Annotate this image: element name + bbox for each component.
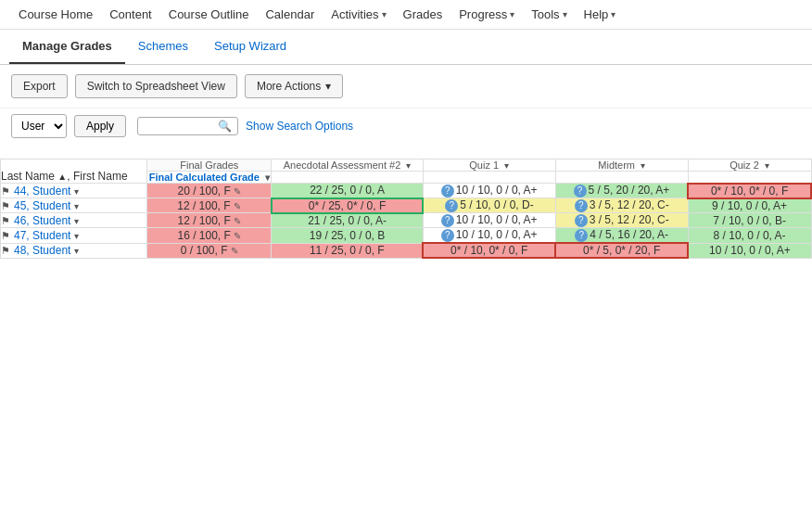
grade-cell-2: ?3 / 5, 12 / 20, C- <box>555 213 688 228</box>
student-row-arrow[interactable]: ▾ <box>74 216 79 226</box>
export-button[interactable]: Export <box>11 74 68 98</box>
grade-cell-2: 0* / 5, 0* / 20, F <box>555 243 688 258</box>
anecdotal-sort-icon: ▾ <box>406 160 411 171</box>
search-input-wrap: 🔍 <box>137 117 238 135</box>
question-icon: ? <box>441 214 454 227</box>
tab-manage-grades[interactable]: Manage Grades <box>9 30 125 64</box>
question-icon: ? <box>575 214 588 227</box>
quiz1-col-header[interactable]: Quiz 1 ▾ <box>423 159 555 172</box>
student-name-cell: ⚑45, Student ▾ <box>1 198 147 213</box>
student-row-arrow[interactable]: ▾ <box>74 186 79 197</box>
grade-value: 10 / 10, 0 / 0, A+ <box>456 213 538 226</box>
final-grade-cell: 12 / 100, F ✎ <box>147 213 272 228</box>
grade-value: 0* / 10, 0* / 0, F <box>711 185 788 198</box>
nav-tools[interactable]: Tools ▾ <box>531 7 566 21</box>
grade-value: 0* / 10, 0* / 0, F <box>450 244 527 257</box>
midterm-col-header[interactable]: Midterm ▾ <box>555 159 688 172</box>
name-col-label: Last Name ▲, First Name <box>1 170 128 183</box>
grade-value: 8 / 10, 0 / 0, A- <box>714 229 786 242</box>
nav-course-home[interactable]: Course Home <box>19 7 93 21</box>
anecdotal-col-header[interactable]: Anecdotal Assessment #2 ▾ <box>272 159 423 172</box>
student-row-arrow[interactable]: ▾ <box>74 201 79 211</box>
student-link[interactable]: 45, Student <box>14 199 70 212</box>
grade-cell-0: 21 / 25, 0 / 0, A- <box>272 213 423 228</box>
student-icon: ⚑ <box>1 185 10 197</box>
student-row-arrow[interactable]: ▾ <box>74 231 79 241</box>
nav-activities[interactable]: Activities ▾ <box>331 7 386 21</box>
table-row: ⚑45, Student ▾12 / 100, F ✎0* / 25, 0* /… <box>1 198 812 213</box>
table-row: ⚑48, Student ▾0 / 100, F ✎11 / 25, 0 / 0… <box>1 243 812 258</box>
student-row-arrow[interactable]: ▾ <box>74 246 79 256</box>
grade-cell-3: 7 / 10, 0 / 0, B- <box>688 213 811 228</box>
grade-edit-icon[interactable]: ✎ <box>231 246 238 256</box>
nav-help[interactable]: Help ▾ <box>584 7 616 21</box>
quiz1-sub-empty <box>423 172 555 184</box>
grade-value: 11 / 25, 0 / 0, F <box>310 244 385 257</box>
nav-grades[interactable]: Grades <box>403 7 443 21</box>
grade-value: 10 / 10, 0 / 0, A+ <box>456 228 538 241</box>
grade-value: 7 / 10, 0 / 0, B- <box>713 214 786 227</box>
grade-value: 19 / 25, 0 / 0, B <box>310 229 385 242</box>
grade-cell-2: ?4 / 5, 16 / 20, A- <box>555 228 688 244</box>
student-link[interactable]: 47, Student <box>14 229 70 242</box>
nav-calendar[interactable]: Calendar <box>265 7 314 21</box>
grade-edit-icon[interactable]: ✎ <box>234 186 241 197</box>
final-calc-subheader[interactable]: Final Calculated Grade ▾ <box>147 172 272 184</box>
final-grade-cell: 12 / 100, F ✎ <box>147 198 272 213</box>
grade-value: 10 / 10, 0 / 0, A+ <box>709 244 791 257</box>
quiz2-sub-empty <box>688 172 811 184</box>
question-icon: ? <box>441 185 454 198</box>
top-nav: Course Home Content Course Outline Calen… <box>0 0 812 30</box>
student-icon: ⚑ <box>1 200 10 211</box>
grade-edit-icon[interactable]: ✎ <box>234 231 241 241</box>
quiz2-col-header[interactable]: Quiz 2 ▾ <box>688 159 811 172</box>
grade-value: 0* / 5, 0* / 20, F <box>583 244 660 257</box>
question-icon: ? <box>575 229 588 242</box>
grade-value: 21 / 25, 0 / 0, A- <box>308 214 387 227</box>
grade-cell-3: 8 / 10, 0 / 0, A- <box>688 228 811 244</box>
grade-edit-icon[interactable]: ✎ <box>234 201 241 211</box>
search-input[interactable] <box>144 120 218 133</box>
grade-value: 3 / 5, 12 / 20, C- <box>590 198 669 211</box>
question-icon: ? <box>445 199 458 212</box>
grade-cell-1: ?10 / 10, 0 / 0, A+ <box>423 228 555 244</box>
toolbar: Export Switch to Spreadsheet View More A… <box>0 65 812 108</box>
grade-cell-0: 22 / 25, 0 / 0, A <box>272 184 423 198</box>
grade-cell-0: 0* / 25, 0* / 0, F <box>272 198 423 213</box>
help-arrow-icon: ▾ <box>611 9 615 19</box>
question-icon: ? <box>574 185 587 198</box>
switch-to-spreadsheet-button[interactable]: Switch to Spreadsheet View <box>75 74 237 98</box>
tab-setup-wizard[interactable]: Setup Wizard <box>201 30 299 64</box>
show-search-options-link[interactable]: Show Search Options <box>246 120 353 133</box>
filter-select[interactable]: User <box>11 114 67 138</box>
grade-cell-1: 0* / 10, 0* / 0, F <box>423 243 555 258</box>
nav-course-outline[interactable]: Course Outline <box>169 7 249 21</box>
midterm-sub-empty <box>555 172 688 184</box>
nav-progress[interactable]: Progress ▾ <box>459 7 514 21</box>
student-icon: ⚑ <box>1 245 10 256</box>
student-link[interactable]: 48, Student <box>14 244 70 257</box>
grades-table-wrap: Last Name ▲, First Name Final Grades Ane… <box>0 159 812 259</box>
grade-cell-3: 9 / 10, 0 / 0, A+ <box>688 198 811 213</box>
search-bar: User Apply 🔍 Show Search Options <box>0 108 812 144</box>
grade-value: 4 / 5, 16 / 20, A- <box>590 228 668 241</box>
student-name-cell: ⚑48, Student ▾ <box>1 243 147 258</box>
grade-cell-2: ?3 / 5, 12 / 20, C- <box>555 198 688 213</box>
name-col-header: Last Name ▲, First Name <box>1 159 147 184</box>
grade-value: 3 / 5, 12 / 20, C- <box>590 213 669 226</box>
student-link[interactable]: 46, Student <box>14 214 70 227</box>
student-link[interactable]: 44, Student <box>14 185 70 198</box>
grade-cell-0: 19 / 25, 0 / 0, B <box>272 228 423 244</box>
grade-cell-1: ?5 / 10, 0 / 0, D- <box>423 198 555 213</box>
grade-value: 10 / 10, 0 / 0, A+ <box>456 184 538 197</box>
more-actions-button[interactable]: More Actions ▾ <box>245 74 343 98</box>
final-grades-group-header: Final Grades <box>147 159 272 172</box>
table-row: ⚑46, Student ▾12 / 100, F ✎21 / 25, 0 / … <box>1 213 812 228</box>
apply-button[interactable]: Apply <box>74 115 126 137</box>
nav-content[interactable]: Content <box>109 7 152 21</box>
table-row: ⚑47, Student ▾16 / 100, F ✎19 / 25, 0 / … <box>1 228 812 244</box>
question-icon: ? <box>441 229 454 242</box>
activities-arrow-icon: ▾ <box>382 9 387 19</box>
grade-edit-icon[interactable]: ✎ <box>234 216 241 226</box>
tab-schemes[interactable]: Schemes <box>125 30 201 64</box>
